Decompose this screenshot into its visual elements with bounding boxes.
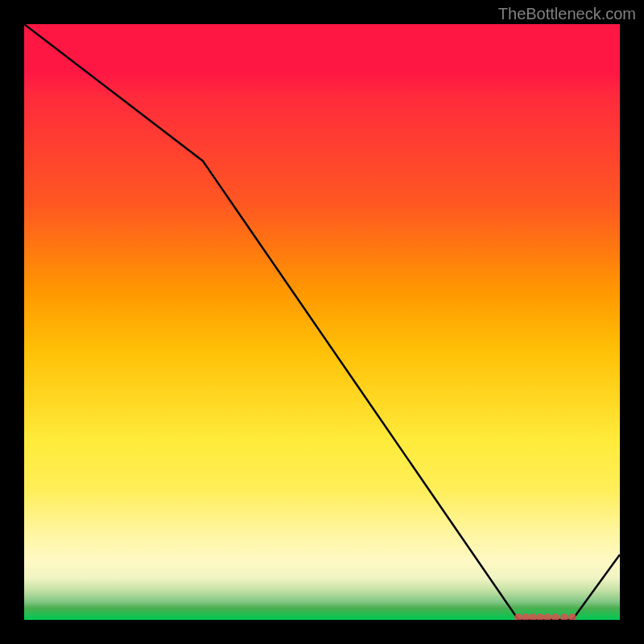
svg-point-3: [536, 613, 544, 620]
line-overlay: [24, 24, 620, 620]
bottleneck-curve: [24, 24, 620, 620]
plot-area: [24, 24, 620, 620]
chart-container: TheBottleneck.com: [0, 0, 644, 644]
svg-point-1: [522, 613, 530, 620]
svg-point-2: [529, 613, 537, 620]
svg-point-5: [551, 613, 559, 620]
marker-cluster: [514, 613, 576, 620]
svg-point-6: [560, 613, 568, 620]
watermark-text: TheBottleneck.com: [498, 5, 636, 23]
svg-point-4: [543, 613, 551, 620]
